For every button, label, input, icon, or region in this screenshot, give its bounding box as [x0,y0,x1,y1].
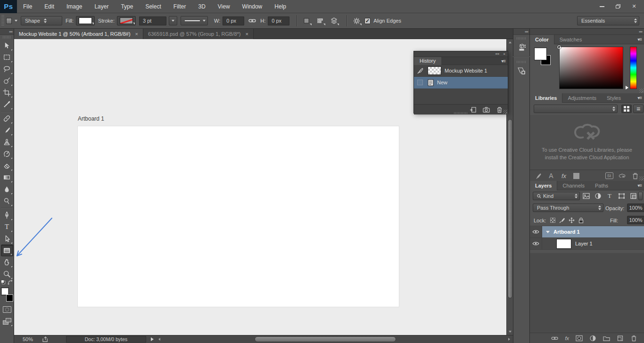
menu-layer[interactable]: Layer [88,0,115,13]
shape-height-input[interactable]: 0 px [268,16,289,25]
tool-rectangular-marquee[interactable] [1,51,13,63]
color-picker-marker[interactable] [557,45,561,49]
delete-layer-trash-icon[interactable] [630,335,637,342]
tool-rectangle[interactable] [1,245,13,256]
history-source-checkbox[interactable] [417,80,423,85]
hue-slider-marker[interactable] [626,86,628,90]
add-layer-mask-icon[interactable] [576,335,583,342]
workspace-dropdown[interactable]: Essentials [577,16,639,25]
geometry-options-button[interactable] [351,16,362,26]
scroll-right-icon[interactable] [508,338,510,341]
tab-channels[interactable]: Channels [557,181,589,190]
path-alignment-button[interactable] [314,16,326,26]
filter-toggle-switch[interactable] [638,192,643,200]
stroke-swatch[interactable] [117,16,136,25]
tab-history[interactable]: History [414,57,441,65]
fill-dropdown[interactable]: 100% [627,216,644,224]
expand-collapse-icon[interactable] [546,231,550,233]
tool-move[interactable] [1,40,13,51]
notes-panel-button[interactable] [515,65,528,78]
shape-width-input[interactable]: 0 px [223,16,244,25]
restore-icon[interactable] [611,2,625,10]
adjustment-layer-icon[interactable] [589,335,596,342]
menu-window[interactable]: Window [236,0,269,13]
menu-select[interactable]: Select [139,0,167,13]
close-tab-icon[interactable]: × [245,32,248,37]
doc-tab-6365918[interactable]: 6365918.psd @ 57% (Group 1, RGB/8*) × [143,29,254,39]
layer-name[interactable]: Artboard 1 [553,229,580,235]
horizontal-scroll-thumb[interactable] [255,336,396,342]
tool-spot-healing-brush[interactable] [1,113,13,124]
cc-sync-icon[interactable] [616,170,627,181]
stroke-style-dropdown[interactable] [181,16,208,25]
path-arrangement-button[interactable] [328,16,339,26]
tool-gradient[interactable] [1,172,13,183]
quick-mask-button[interactable] [1,303,13,315]
panels-collapse-icon[interactable]: »» [530,29,644,35]
filter-shape-layers-icon[interactable] [616,192,627,200]
close-icon[interactable]: ✕ [627,2,641,10]
filter-pixel-layers-icon[interactable] [581,192,591,200]
toolbar-collapse-icon[interactable]: »» [0,29,14,35]
tab-styles[interactable]: Styles [602,93,626,103]
dock-collapse-icon[interactable]: «« [513,29,529,35]
link-dimensions-icon[interactable] [247,16,258,26]
dock-grip[interactable] [517,61,526,63]
close-panel-icon[interactable]: × [503,52,505,57]
menu-file[interactable]: File [17,0,38,13]
panel-menu-icon[interactable]: ▾≡ [637,183,642,188]
layer-row-artboard[interactable]: Artboard 1 [530,226,644,238]
link-layers-icon[interactable] [551,335,558,342]
close-tab-icon[interactable]: × [135,32,138,37]
new-document-from-state-icon[interactable] [470,106,477,113]
layer-thumbnail[interactable] [556,239,571,249]
panel-resize-grip[interactable] [639,89,644,93]
swap-colors-icon[interactable] [8,280,13,285]
history-snapshot-row[interactable]: Mockup Website 1 [414,65,508,77]
tool-type[interactable]: T [1,221,13,233]
lock-transparency-icon[interactable] [549,216,557,224]
stroke-width-input[interactable]: 3 pt [139,16,166,25]
tool-clone-stamp[interactable] [1,136,13,148]
tab-color[interactable]: Color [530,35,554,44]
collapse-panel-icon[interactable]: «« [495,52,499,57]
tool-blur[interactable] [1,183,13,195]
default-swap-colors[interactable] [1,280,13,286]
fill-swatch[interactable] [76,16,95,25]
tool-zoom[interactable] [1,268,13,280]
filter-adjustment-layers-icon[interactable] [593,192,603,200]
tool-eyedropper[interactable] [1,98,13,110]
scroll-left-icon[interactable] [158,338,160,341]
tab-paths[interactable]: Paths [590,181,613,190]
toolbar-grip[interactable] [3,36,11,39]
scroll-down-icon[interactable] [507,328,513,335]
saturation-brightness-field[interactable] [559,47,623,89]
tab-layers[interactable]: Layers [530,181,557,190]
menu-help[interactable]: Help [268,0,292,13]
layer-row-layer1[interactable]: Layer 1 [530,238,644,250]
tool-quick-selection[interactable] [1,75,13,87]
lock-position-icon[interactable] [568,216,576,224]
stroke-width-dropdown[interactable] [169,16,177,25]
new-snapshot-camera-icon[interactable] [483,106,490,113]
screen-mode-button[interactable] [1,315,13,327]
share-icon[interactable] [42,336,49,343]
tab-swatches[interactable]: Swatches [554,35,587,44]
align-edges-control[interactable]: ✓ Align Edges [364,18,401,24]
lock-pixels-icon[interactable] [558,216,566,224]
visibility-eye-icon[interactable] [530,226,542,237]
tool-dodge[interactable] [1,195,13,207]
menu-view[interactable]: View [212,0,236,13]
path-operations-button[interactable] [301,16,312,26]
snapshot-thumbnail[interactable] [428,66,441,75]
panel-menu-icon[interactable]: ▾≡ [501,58,505,64]
tool-brush[interactable] [1,124,13,136]
panel-resize-grip[interactable] [639,176,644,180]
new-group-folder-icon[interactable] [603,335,610,342]
properties-panel-button[interactable] [515,41,528,54]
tool-hand[interactable] [1,256,13,268]
panel-menu-icon[interactable]: ▾≡ [637,37,642,42]
list-view-button[interactable]: ≡ [633,105,644,113]
menu-image[interactable]: Image [60,0,88,13]
vertical-scroll-thumb[interactable] [508,119,512,298]
